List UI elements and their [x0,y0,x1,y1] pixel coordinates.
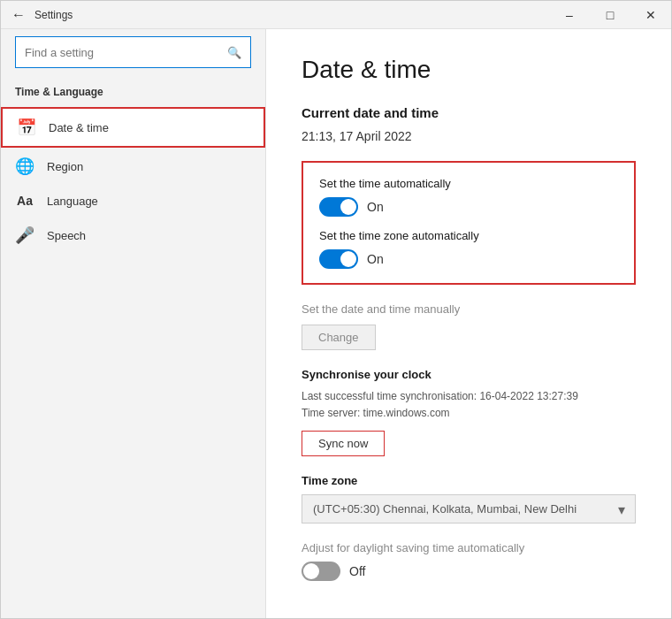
sidebar-section-title: Time & Language [1,79,265,107]
sidebar-item-region[interactable]: 🌐 Region [1,148,265,185]
auto-time-setting: Set the time automatically On [319,177,618,217]
daylight-toggle-label: Off [349,564,365,578]
change-button[interactable]: Change [302,325,376,350]
speech-icon: 🎤 [15,225,34,245]
sidebar-item-date-time-label: Date & time [49,121,109,134]
timezone-dropdown-wrapper: (UTC+05:30) Chennai, Kolkata, Mumbai, Ne… [302,494,636,523]
sidebar-item-speech[interactable]: 🎤 Speech [1,217,265,254]
search-container: 🔍 [1,29,265,79]
auto-time-toggle-label: On [367,200,384,214]
sync-info-line1: Last successful time synchronisation: 16… [302,388,636,405]
sidebar-item-language[interactable]: Aa Language [1,185,265,217]
daylight-label: Adjust for daylight saving time automati… [302,541,636,554]
timezone-section: Time zone (UTC+05:30) Chennai, Kolkata, … [302,474,636,523]
current-section-title: Current date and time [302,105,636,120]
sync-section: Synchronise your clock Last successful t… [302,368,636,456]
sidebar-item-date-time[interactable]: 📅 Date & time [1,107,265,148]
content-area: 🔍 Time & Language 📅 Date & time 🌐 Region… [1,29,671,618]
main-content: Date & time Current date and time 21:13,… [266,29,671,618]
sync-info: Last successful time synchronisation: 16… [302,388,636,422]
manual-title: Set the date and time manually [302,302,636,316]
search-icon: 🔍 [227,46,241,59]
auto-timezone-label: Set the time zone automatically [319,229,618,242]
close-button[interactable]: ✕ [630,1,671,29]
sync-info-line2: Time server: time.windows.com [302,405,636,422]
titlebar-left: ← Settings [11,7,73,23]
daylight-section: Adjust for daylight saving time automati… [302,541,636,581]
auto-time-label: Set the time automatically [319,177,618,190]
auto-timezone-setting: Set the time zone automatically On [319,229,618,269]
current-datetime: 21:13, 17 April 2022 [302,129,636,143]
titlebar: ← Settings – □ ✕ [1,1,671,29]
auto-time-toggle-row: On [319,197,618,217]
sync-now-button[interactable]: Sync now [302,431,385,456]
page-title: Date & time [302,56,636,84]
language-icon: Aa [15,194,34,208]
region-icon: 🌐 [15,157,34,176]
timezone-title: Time zone [302,474,636,487]
back-arrow-icon: ← [11,7,26,23]
daylight-toggle[interactable] [302,562,340,581]
titlebar-title: Settings [34,9,73,21]
sidebar: 🔍 Time & Language 📅 Date & time 🌐 Region… [1,29,266,618]
sidebar-item-region-label: Region [47,160,83,173]
manual-section: Set the date and time manually Change [302,302,636,350]
calendar-icon: 📅 [17,118,36,137]
auto-time-toggle[interactable] [319,197,358,217]
settings-window: ← Settings – □ ✕ 🔍 Time & Language 📅 [0,0,672,619]
sync-title: Synchronise your clock [302,368,636,381]
search-input[interactable] [25,46,227,59]
auto-timezone-toggle-label: On [367,252,384,266]
auto-settings-box: Set the time automatically On Set the ti… [302,161,636,285]
sidebar-item-speech-label: Speech [47,229,86,242]
maximize-button[interactable]: □ [590,1,630,29]
daylight-toggle-row: Off [302,562,636,581]
auto-timezone-toggle-row: On [319,249,618,269]
auto-timezone-toggle[interactable] [319,249,358,269]
timezone-dropdown[interactable]: (UTC+05:30) Chennai, Kolkata, Mumbai, Ne… [302,494,636,523]
minimize-button[interactable]: – [549,1,590,29]
sidebar-item-language-label: Language [47,195,98,208]
titlebar-buttons: – □ ✕ [549,1,671,29]
search-box: 🔍 [15,36,251,68]
